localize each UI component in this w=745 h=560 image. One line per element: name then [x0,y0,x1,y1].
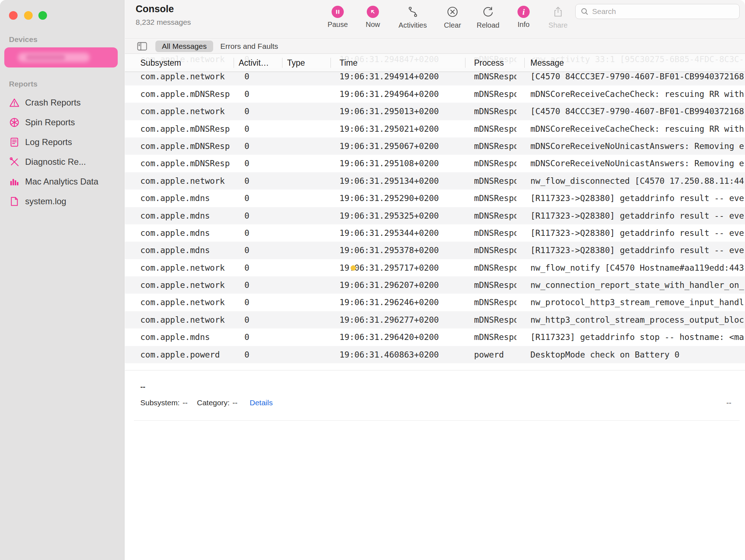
table-row[interactable]: com.apple.mDNSResp019:06:31.295021+0200m… [125,120,745,137]
search-field[interactable] [575,4,740,19]
tab-errors-and-faults[interactable]: Errors and Faults [220,41,278,52]
detail-subsystem-value: -- [183,398,188,407]
cell-subsystem: com.apple.mdns [140,224,230,242]
sidebar-item-label: Diagnostic Re... [25,157,86,167]
column-header-time[interactable]: Time [339,54,357,72]
table-row[interactable]: com.apple.mdns019:06:31.295290+0200mDNSR… [125,190,745,207]
cell-activity: 0 [244,294,278,311]
cell-subsystem: com.apple.mdns [140,242,230,259]
sidebar-item-diagnostic-reports[interactable]: Diagnostic Re... [0,152,125,172]
cell-activity: 0 [244,155,278,172]
detail-right-value: -- [726,398,731,407]
cell-message: [R117323->Q28380] getaddrinfo result -- … [530,207,745,224]
cell-subsystem: com.apple.mDNSResp [140,120,230,137]
cell-process: mDNSRespo [474,85,516,103]
column-header-process[interactable]: Process [474,54,504,72]
cell-type [331,85,379,103]
spinner-aperture-icon [9,117,20,128]
cell-message: [R117323->Q28380] getaddrinfo result -- … [530,190,745,207]
column-header-activity[interactable]: Activit… [239,54,269,72]
column-divider[interactable] [524,58,525,68]
cell-message: [R117323] getaddrinfo stop -- hostname: … [530,328,745,346]
column-divider[interactable] [465,58,465,68]
table-row[interactable]: com.apple.mDNSResp019:06:31.295108+0200m… [125,155,745,172]
sidebar-item-spin-reports[interactable]: Spin Reports [0,112,125,132]
filter-bar: All Messages Errors and Faults [125,39,745,54]
column-header-subsystem[interactable]: Subsystem [140,54,181,72]
cell-subsystem: com.apple.mdns [140,328,230,346]
cell-type [331,172,379,190]
message-count: 8,232 messages [136,18,191,27]
console-window: Devices Reports Crash Reports Spin Repor… [0,0,745,560]
sidebar-item-crash-reports[interactable]: Crash Reports [0,93,125,112]
warning-triangle-icon [9,97,20,108]
sidebar: Devices Reports Crash Reports Spin Repor… [0,0,125,560]
table-row[interactable]: com.apple.mdns019:06:31.295344+0200mDNSR… [125,224,745,242]
sidebar-toggle-icon[interactable] [137,42,147,51]
tools-icon [9,157,20,167]
cell-activity: 0 [244,137,278,155]
column-header-type[interactable]: Type [287,54,305,72]
table-row[interactable]: com.apple.mdns019:06:31.295325+0200mDNSR… [125,207,745,224]
table-row[interactable]: com.apple.network019:06:31.295013+0200mD… [125,103,745,120]
share-button[interactable]: Share [539,5,577,29]
search-icon [581,8,589,15]
sidebar-item-mac-analytics-data[interactable]: Mac Analytics Data [0,172,125,191]
cell-subsystem: com.apple.mDNSResp [140,137,230,155]
detail-pane: -- Subsystem:--Category:--Details -- [125,370,745,560]
tab-all-messages[interactable]: All Messages [155,41,213,52]
column-divider[interactable] [282,58,282,68]
cell-message: DesktopMode check on Battery 0 [530,346,745,363]
column-divider[interactable] [234,58,234,68]
cell-activity: 0 [244,224,278,242]
table-row[interactable]: com.apple.network019:06:31.295134+0200mD… [125,172,745,190]
table-row[interactable]: com.apple.network019:06:31.296246+0200mD… [125,294,745,311]
cell-message: nw_connection_report_state_with_handler_… [530,276,745,294]
close-window-button[interactable] [9,11,18,20]
cell-activity: 0 [244,172,278,190]
activities-button[interactable]: Activities [394,5,431,29]
table-row[interactable]: com.apple.mDNSResp019:06:31.294964+0200m… [125,85,745,103]
zoom-window-button[interactable] [38,11,47,20]
table-header: Subsystem Activit… Type Time Process Mes… [125,54,745,72]
table-row[interactable]: com.apple.network019:06:31.296207+0200mD… [125,276,745,294]
table-row[interactable]: com.apple.mDNSResp019:06:31.295067+0200m… [125,137,745,155]
cell-activity: 0 [244,276,278,294]
now-button[interactable]: Now [354,5,392,29]
cell-process: mDNSRespo [474,242,516,259]
cell-type [331,328,379,346]
cell-type [331,155,379,172]
minimize-window-button[interactable] [24,11,33,20]
column-divider[interactable] [331,58,331,68]
cell-subsystem: com.apple.mDNSResp [140,155,230,172]
cell-message: mDNSCoreReceiveCacheCheck: rescuing RR w… [530,120,745,137]
cell-process: mDNSRespo [474,137,516,155]
sidebar-item-log-reports[interactable]: Log Reports [0,132,125,152]
pause-button[interactable]: Pause [319,5,356,29]
search-input[interactable] [592,7,734,16]
reload-button[interactable]: Reload [469,5,507,29]
details-link[interactable]: Details [250,398,273,407]
table-row[interactable]: com.apple.network019:06:31.295717+0200mD… [125,259,745,276]
info-button[interactable]: i Info [505,5,542,29]
sidebar-item-label: Spin Reports [25,117,75,127]
sidebar-item-label: Crash Reports [25,98,81,108]
table-row[interactable]: com.apple.powerd019:06:31.460863+0200pow… [125,346,745,363]
table-row[interactable]: com.apple.network019:06:31.296277+0200mD… [125,311,745,328]
column-header-message[interactable]: Message [530,54,564,72]
log-table: com.apple.network019:06:31.294847+0200mD… [125,54,745,370]
cell-process: mDNSRespo [474,190,516,207]
cell-message: [R117323->Q28380] getaddrinfo result -- … [530,242,745,259]
cell-type [331,311,379,328]
table-row[interactable]: com.apple.mdns019:06:31.295378+0200mDNSR… [125,242,745,259]
cell-type [331,294,379,311]
cell-type [331,120,379,137]
detail-category-label: Category: [197,398,230,407]
clear-button[interactable]: Clear [434,5,471,29]
cell-message: mDNSCoreReceiveCacheCheck: rescuing RR w… [530,85,745,103]
sidebar-item-system-log[interactable]: system.log [0,191,125,211]
detail-category-value: -- [233,398,238,407]
sidebar-item-device-selected[interactable] [4,47,118,67]
table-row[interactable]: com.apple.mdns019:06:31.296420+0200mDNSR… [125,328,745,346]
share-icon [551,5,565,19]
